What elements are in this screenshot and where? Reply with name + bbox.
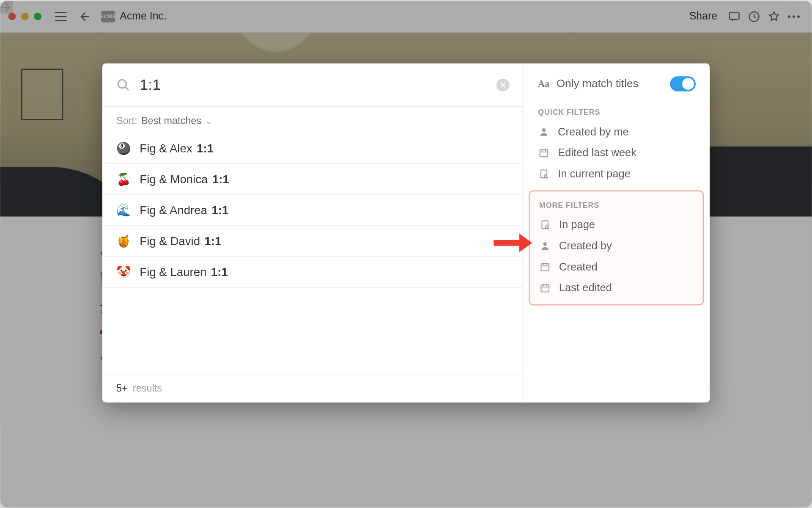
result-suffix: 1:1 (204, 235, 221, 247)
filter-in-page[interactable]: In page (530, 214, 703, 235)
result-emoji: 🍒 (116, 172, 130, 186)
sort-row: Sort: Best matches⌄ (102, 107, 524, 133)
result-name: Fig & Monica (140, 172, 211, 185)
sort-label: Sort: (116, 116, 137, 127)
results-label: results (133, 383, 162, 394)
search-result[interactable]: 🎱Fig & Alex 1:1 (102, 133, 524, 164)
quick-filters-header: QUICK FILTERS (524, 102, 710, 121)
search-row (102, 64, 524, 107)
calendar-icon (539, 283, 551, 293)
more-filters-header: MORE FILTERS (530, 195, 703, 215)
match-titles-row: Aa Only match titles (524, 76, 710, 102)
filter-label: In current page (558, 168, 631, 180)
results-list: 🎱Fig & Alex 1:1🍒Fig & Monica 1:1🌊Fig & A… (102, 133, 524, 374)
filter-label: Created by (559, 239, 612, 252)
result-name: Fig & Alex (140, 141, 195, 154)
svg-rect-13 (541, 264, 549, 271)
filter-label: Edited last week (558, 146, 636, 159)
filter-in-current-page[interactable]: In current page (524, 163, 710, 185)
search-result[interactable]: 🍯Fig & David 1:1 (102, 226, 524, 257)
person-icon (538, 127, 550, 137)
result-suffix: 1:1 (211, 265, 228, 278)
svg-point-9 (544, 175, 547, 177)
result-emoji: 🤡 (116, 265, 130, 279)
search-input[interactable] (140, 76, 497, 94)
result-emoji: 🌊 (116, 203, 130, 217)
search-result[interactable]: 🌊Fig & Andrea 1:1 (102, 195, 524, 226)
svg-point-5 (118, 80, 126, 88)
result-suffix: 1:1 (211, 204, 228, 216)
result-name: Fig & Lauren (140, 265, 210, 278)
chevron-down-icon: ⌄ (205, 115, 213, 127)
search-icon (116, 78, 130, 92)
search-result[interactable]: 🍒Fig & Monica 1:1 (102, 164, 524, 195)
svg-rect-7 (540, 150, 548, 157)
svg-point-6 (542, 128, 546, 132)
result-emoji: 🍯 (116, 234, 130, 248)
result-emoji: 🎱 (116, 141, 130, 155)
result-suffix: 1:1 (212, 172, 229, 185)
search-result[interactable]: 🤡Fig & Lauren 1:1 (102, 257, 524, 288)
filter-edited-last-week[interactable]: Edited last week (524, 142, 710, 163)
match-titles-label: Only match titles (557, 77, 670, 90)
match-titles-toggle[interactable] (670, 76, 696, 91)
filter-created[interactable]: Created (530, 257, 703, 278)
calendar-icon (538, 148, 550, 158)
person-icon (539, 240, 551, 251)
search-modal: Sort: Best matches⌄ 🎱Fig & Alex 1:1🍒Fig … (102, 64, 710, 403)
svg-point-12 (543, 242, 547, 246)
filter-last-edited[interactable]: Last edited (530, 277, 703, 298)
result-suffix: 1:1 (197, 141, 214, 154)
svg-point-11 (546, 226, 548, 228)
result-name: Fig & David (140, 235, 203, 247)
filter-created-by-me[interactable]: Created by me (524, 121, 710, 143)
page-icon (539, 220, 551, 230)
filter-label: Created (559, 260, 598, 273)
page-icon (538, 168, 550, 179)
sort-select[interactable]: Best matches⌄ (141, 116, 213, 127)
results-footer: 5+ results (102, 374, 524, 403)
results-count: 5+ (116, 383, 128, 394)
clear-search-icon[interactable] (497, 78, 509, 91)
filter-label: Last edited (559, 282, 612, 294)
calendar-icon (539, 262, 551, 272)
result-name: Fig & Andrea (140, 204, 210, 216)
more-filters-box: MORE FILTERS In pageCreated byCreatedLas… (529, 190, 704, 305)
filter-label: Created by me (558, 125, 629, 138)
filter-label: In page (559, 218, 595, 231)
svg-rect-14 (541, 285, 549, 292)
filter-created-by[interactable]: Created by (530, 235, 703, 257)
text-format-icon: Aa (538, 79, 549, 89)
